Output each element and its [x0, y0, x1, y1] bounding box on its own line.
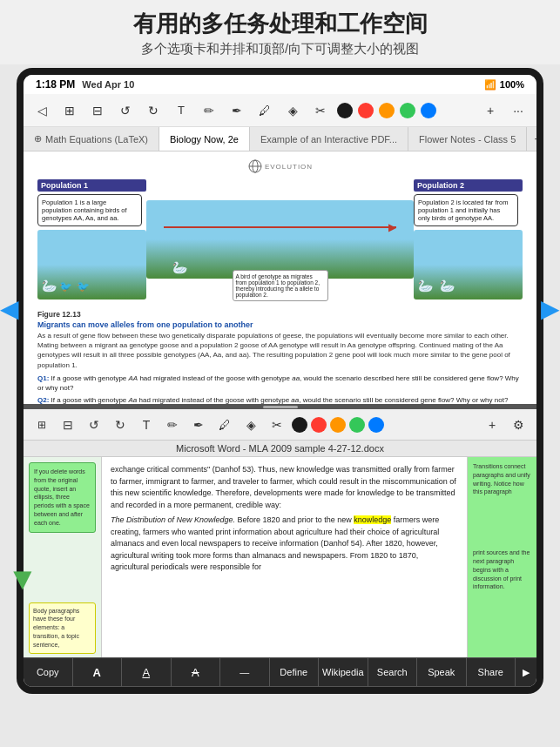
- q2-inline: If a goose with genotype Aa had migrated…: [51, 396, 509, 404]
- tb2-pen-button[interactable]: ✒: [187, 414, 210, 436]
- tb2-color-red[interactable]: [311, 417, 327, 433]
- tb2-pencil-button[interactable]: ✏: [161, 414, 184, 436]
- speak-button[interactable]: Speak: [417, 658, 467, 686]
- top-toolbar: ◁ ⊞ ⊟ ↺ ↻ T ✏ ✒ 🖊 ◈ ✂ + ···: [24, 94, 536, 127]
- tb2-color-blue[interactable]: [368, 417, 384, 433]
- format-strikethrough-button[interactable]: A: [172, 658, 221, 686]
- population-diagram: Population 1 Population 1 is a large pop…: [37, 179, 523, 299]
- copy-label: Copy: [37, 667, 59, 677]
- tb2-undo-button[interactable]: ↺: [83, 414, 105, 436]
- tb2-color-black[interactable]: [292, 417, 307, 433]
- left-note-yellow-text: Body paragraphs have these four elements…: [33, 608, 79, 648]
- bird-icon-2: 🐦: [59, 280, 72, 293]
- add-button[interactable]: +: [479, 99, 502, 122]
- define-label: Define: [280, 667, 307, 677]
- tab-math[interactable]: ⊕ Math Equations (LaTeX): [24, 127, 159, 151]
- callout-box: A bird of genotype aa migrates from popu…: [233, 270, 328, 301]
- tb2-columns-button[interactable]: ⊟: [57, 414, 79, 436]
- color-blue[interactable]: [421, 103, 436, 118]
- format-bold-button[interactable]: A: [73, 658, 123, 686]
- right-sidebar: Transitions connect paragraphs and unify…: [467, 457, 536, 657]
- figure-title: Migrants can move alleles from one popul…: [37, 320, 523, 329]
- right-arrow-icon: ▶: [541, 294, 560, 323]
- left-note-green: If you delete words from the original qu…: [29, 462, 96, 533]
- back-button[interactable]: ◁: [30, 99, 53, 122]
- population2-desc: Population 2 is located far from populat…: [418, 199, 508, 222]
- scissors-button[interactable]: ✂: [309, 99, 332, 122]
- population2-container: Population 2 Population 2 is located far…: [414, 179, 523, 299]
- tab-flower-label: Flower Notes - Class 5: [419, 134, 516, 145]
- population1-desc: Population 1 is a large population conta…: [42, 199, 127, 222]
- para1-text1: exchange critical comments" (Danhof 53).…: [111, 465, 456, 509]
- more-context-button[interactable]: ▶: [516, 658, 536, 686]
- tb2-settings-button[interactable]: ⚙: [507, 414, 530, 436]
- underline-a-icon: A: [142, 666, 150, 679]
- pen-button[interactable]: ✒: [226, 99, 248, 122]
- tb2-grid-button[interactable]: ⊞: [30, 414, 53, 436]
- left-arrow-icon: ◀: [0, 294, 19, 323]
- text-tool-button[interactable]: T: [170, 99, 192, 122]
- tab-pdf[interactable]: Example of an Interactive PDF...: [250, 127, 408, 151]
- color-red[interactable]: [358, 103, 374, 118]
- tb2-color-green[interactable]: [349, 417, 365, 433]
- undo-button[interactable]: ↺: [114, 99, 137, 122]
- population2-box: Population 2 is located far from populat…: [414, 194, 518, 226]
- tb2-text-button[interactable]: T: [135, 414, 158, 436]
- second-toolbar: ⊞ ⊟ ↺ ↻ T ✏ ✒ 🖊 ◈ ✂ + ⚙: [24, 409, 536, 441]
- pencil-button[interactable]: ✏: [198, 99, 220, 122]
- question-1: Q1: Q1: If a goose with genotype AA had …: [37, 374, 523, 393]
- italic-title: The Distribution of New Knowledge.: [111, 515, 235, 524]
- tb2-shape-button[interactable]: ◈: [240, 414, 262, 436]
- share-button[interactable]: Share: [467, 658, 516, 686]
- color-black[interactable]: [337, 103, 353, 118]
- doc-label: Microsoft Word - MLA 2009 sample 4-27-12…: [24, 441, 536, 457]
- more-context-icon: ▶: [523, 667, 530, 678]
- ipad-screen: 1:18 PM Wed Apr 10 📶 100% ◁ ⊞ ⊟ ↺ ↻ T ✏ …: [24, 75, 536, 687]
- bird-icon-1: 🦢: [42, 279, 57, 293]
- left-note-text: If you delete words from the original qu…: [34, 468, 90, 526]
- format-underline-button[interactable]: A: [122, 658, 172, 686]
- tab-biology[interactable]: Biology Now, 2e: [159, 127, 250, 151]
- main-doc-content: exchange critical comments" (Danhof 53).…: [102, 457, 467, 657]
- add-tab-button[interactable]: +: [527, 127, 536, 151]
- define-button[interactable]: Define: [270, 658, 320, 686]
- pdf-top-pane: EVOLUTION Population 1 Population 1 is a…: [24, 151, 536, 404]
- evolution-text: EVOLUTION: [265, 163, 313, 171]
- highlighter-button[interactable]: 🖊: [253, 99, 276, 122]
- grid-button[interactable]: ⊞: [58, 99, 81, 122]
- tab-math-label: Math Equations (LaTeX): [45, 134, 148, 145]
- more-button[interactable]: ···: [507, 99, 530, 122]
- bold-a-icon: A: [93, 666, 101, 679]
- tab-flower[interactable]: Flower Notes - Class 5: [408, 127, 527, 151]
- tb2-scissors-button[interactable]: ✂: [266, 414, 288, 436]
- tabs-bar: ⊕ Math Equations (LaTeX) Biology Now, 2e…: [24, 127, 536, 151]
- search-button[interactable]: Search: [368, 658, 418, 686]
- status-date: Wed Apr 10: [82, 79, 134, 90]
- migration-arrow: ▶: [164, 226, 396, 228]
- tb2-redo-button[interactable]: ↻: [109, 414, 132, 436]
- copy-button[interactable]: Copy: [24, 658, 73, 686]
- stamp-button[interactable]: ◈: [281, 99, 304, 122]
- context-menu-bar: Copy A A A — Define Wikipedia Search: [24, 657, 536, 687]
- color-orange[interactable]: [379, 103, 395, 118]
- tb2-color-orange[interactable]: [330, 417, 346, 433]
- search-label: Search: [377, 667, 408, 677]
- wikipedia-button[interactable]: Wikipedia: [319, 658, 368, 686]
- left-note-yellow: Body paragraphs have these four elements…: [29, 602, 96, 654]
- migrating-bird: 🦢: [172, 260, 187, 274]
- redo-button[interactable]: ↻: [142, 99, 165, 122]
- wikipedia-label: Wikipedia: [322, 667, 364, 677]
- question-2: Q2: If a goose with genotype Aa had migr…: [37, 395, 523, 404]
- columns-button[interactable]: ⊟: [86, 99, 109, 122]
- right-note-top: Transitions connect paragraphs and unify…: [473, 462, 531, 496]
- color-green[interactable]: [400, 103, 415, 118]
- population1-container: Population 1 Population 1 is a large pop…: [37, 179, 146, 299]
- dash-icon: —: [240, 667, 249, 677]
- tb2-add-button[interactable]: +: [481, 414, 503, 436]
- dash-button[interactable]: —: [220, 658, 270, 686]
- right-note-text: Transitions connect paragraphs and unify…: [473, 463, 530, 495]
- diagram-center: ▶ 🦢 A bird of genotype aa migrates from …: [146, 179, 414, 299]
- tb2-highlighter-button[interactable]: 🖊: [213, 414, 236, 436]
- bird-icon-3: 🐦: [77, 280, 90, 293]
- word-pane: If you delete words from the original qu…: [24, 457, 536, 657]
